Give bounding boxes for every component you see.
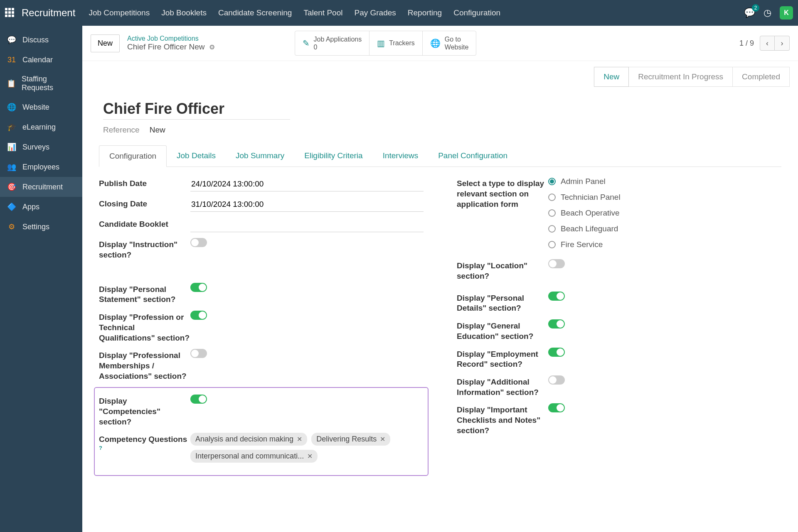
- tab-job-summary[interactable]: Job Summary: [226, 145, 294, 167]
- nav-talent-pool[interactable]: Talent Pool: [303, 8, 342, 17]
- candidate-booklet-input[interactable]: [190, 218, 424, 232]
- status-step-new[interactable]: New: [594, 67, 629, 87]
- nav-reporting[interactable]: Reporting: [408, 8, 442, 17]
- sidebar-item-apps[interactable]: 🔷Apps: [0, 197, 82, 217]
- competencies-highlight: Display "Competencies" section? Competen…: [94, 387, 429, 476]
- sidebar-icon: 🌐: [7, 102, 17, 112]
- competency-tag[interactable]: Delivering Results✕: [311, 433, 390, 446]
- display-employment-label: Display "Employment Record" section?: [457, 348, 548, 370]
- nav-job-booklets[interactable]: Job Booklets: [161, 8, 207, 17]
- pager-next[interactable]: ›: [775, 36, 790, 51]
- tag-remove-icon[interactable]: ✕: [297, 435, 302, 443]
- display-employment-toggle[interactable]: [548, 348, 565, 357]
- chat-count: 2: [752, 4, 759, 12]
- sidebar-item-recruitment[interactable]: 🎯Recruitment: [0, 177, 82, 197]
- competency-tag[interactable]: Analysis and decision making✕: [190, 433, 307, 446]
- sidebar-label: Website: [22, 103, 49, 112]
- sidebar-item-calendar[interactable]: 31Calendar: [0, 50, 82, 70]
- display-instruction-label: Display "Instruction" section?: [99, 238, 190, 260]
- display-prof-qual-label: Display "Profession or Technical Qualifi…: [99, 311, 190, 343]
- display-additional-toggle[interactable]: [548, 375, 565, 385]
- radio-icon: [548, 194, 556, 201]
- radio-icon: [548, 225, 556, 233]
- publish-date-input[interactable]: [190, 177, 424, 191]
- sidebar-item-settings[interactable]: ⚙Settings: [0, 217, 82, 237]
- display-personal-details-toggle[interactable]: [548, 292, 565, 301]
- top-nav: Job Competitions Job Booklets Candidate …: [89, 8, 500, 17]
- sidebar-item-employees[interactable]: 👥Employees: [0, 157, 82, 177]
- radio-icon: [548, 241, 556, 248]
- radio-beach-operative[interactable]: Beach Operative: [548, 208, 781, 218]
- radio-label: Technician Panel: [561, 193, 621, 202]
- tab-panel-configuration[interactable]: Panel Configuration: [428, 145, 517, 167]
- sidebar-item-discuss[interactable]: 💬Discuss: [0, 30, 82, 50]
- display-personal-statement-label: Display "Personal Statement" section?: [99, 283, 190, 305]
- display-location-toggle[interactable]: [548, 259, 565, 268]
- display-instruction-toggle[interactable]: [190, 238, 207, 247]
- radio-technician-panel[interactable]: Technician Panel: [548, 193, 781, 202]
- nav-candidate-screening[interactable]: Candidate Screening: [218, 8, 292, 17]
- new-button[interactable]: New: [91, 34, 120, 52]
- sidebar-item-staffing-requests[interactable]: 📋Staffing Requests: [0, 70, 82, 97]
- radio-fire-service[interactable]: Fire Service: [548, 240, 781, 249]
- sidebar-label: Calendar: [22, 56, 53, 64]
- stat-trackers[interactable]: ▥ Trackers: [369, 31, 423, 55]
- pager-prev[interactable]: ‹: [760, 36, 775, 51]
- sidebar-item-website[interactable]: 🌐Website: [0, 97, 82, 117]
- sidebar-label: Apps: [22, 203, 39, 211]
- display-competencies-toggle[interactable]: [190, 395, 207, 404]
- display-checklists-label: Display "Important Checklists and Notes"…: [457, 403, 548, 436]
- user-avatar[interactable]: K: [780, 6, 793, 20]
- stat-job-applications[interactable]: ✎ Job Applications0: [295, 31, 370, 55]
- tab-configuration[interactable]: Configuration: [99, 145, 167, 167]
- radio-admin-panel[interactable]: Admin Panel: [548, 177, 781, 186]
- sidebar-icon: 📋: [7, 78, 16, 88]
- display-general-education-toggle[interactable]: [548, 319, 565, 329]
- sidebar-label: Settings: [22, 223, 49, 231]
- sidebar-label: Recruitment: [22, 183, 63, 191]
- sidebar-item-surveys[interactable]: 📊Surveys: [0, 137, 82, 157]
- nav-pay-grades[interactable]: Pay Grades: [354, 8, 396, 17]
- nav-job-competitions[interactable]: Job Competitions: [89, 8, 150, 17]
- sidebar-icon: 31: [7, 55, 17, 65]
- competency-tag[interactable]: Interpersonal and communicati...✕: [190, 450, 318, 463]
- sidebar-item-elearning[interactable]: 🎓eLearning: [0, 117, 82, 137]
- sidebar: 💬Discuss31Calendar📋Staffing Requests🌐Web…: [0, 26, 82, 532]
- activity-icon[interactable]: ◷: [764, 7, 771, 18]
- radio-beach-lifeguard[interactable]: Beach Lifeguard: [548, 224, 781, 233]
- stat-go-to-website[interactable]: 🌐 Go toWebsite: [423, 31, 476, 55]
- radio-label: Fire Service: [561, 240, 603, 249]
- closing-date-input[interactable]: [190, 197, 424, 212]
- tag-label: Analysis and decision making: [195, 435, 293, 444]
- display-location-label: Display "Location" section?: [457, 259, 548, 281]
- tab-interviews[interactable]: Interviews: [373, 145, 429, 167]
- tab-eligibility-criteria[interactable]: Eligibility Criteria: [294, 145, 372, 167]
- sidebar-icon: 👥: [7, 162, 17, 172]
- radio-icon: [548, 209, 556, 217]
- radio-label: Admin Panel: [561, 177, 606, 186]
- display-type-label: Select a type to display relevant sectio…: [457, 177, 548, 209]
- sidebar-icon: 🎯: [7, 182, 17, 192]
- display-prof-qual-toggle[interactable]: [190, 311, 207, 320]
- help-icon[interactable]: ?: [99, 445, 102, 451]
- tag-remove-icon[interactable]: ✕: [307, 452, 313, 460]
- messages-button[interactable]: 💬 2: [744, 7, 755, 18]
- tag-remove-icon[interactable]: ✕: [380, 435, 385, 443]
- display-general-education-label: Display "General Education" section?: [457, 319, 548, 341]
- candidate-booklet-label: Candidate Booklet: [99, 218, 190, 230]
- status-step-completed[interactable]: Completed: [733, 67, 790, 87]
- record-title[interactable]: Chief Fire Officer: [103, 100, 781, 118]
- reference-value: New: [150, 125, 165, 135]
- breadcrumb-current: Chief Fire Officer New ⚙: [127, 42, 215, 51]
- tab-job-details[interactable]: Job Details: [167, 145, 226, 167]
- display-checklists-toggle[interactable]: [548, 403, 565, 412]
- apps-grid-icon[interactable]: [5, 8, 15, 18]
- nav-configuration[interactable]: Configuration: [453, 8, 500, 17]
- breadcrumb-parent[interactable]: Active Job Competitions: [127, 35, 215, 42]
- display-prof-member-toggle[interactable]: [190, 349, 207, 358]
- stat-buttons: ✎ Job Applications0 ▥ Trackers 🌐 Go toWe…: [295, 31, 477, 56]
- radio-label: Beach Operative: [561, 208, 620, 218]
- gear-icon[interactable]: ⚙: [209, 43, 215, 51]
- display-personal-statement-toggle[interactable]: [190, 283, 207, 292]
- status-step-recruitment-in-progress[interactable]: Recruitment In Progress: [629, 67, 733, 87]
